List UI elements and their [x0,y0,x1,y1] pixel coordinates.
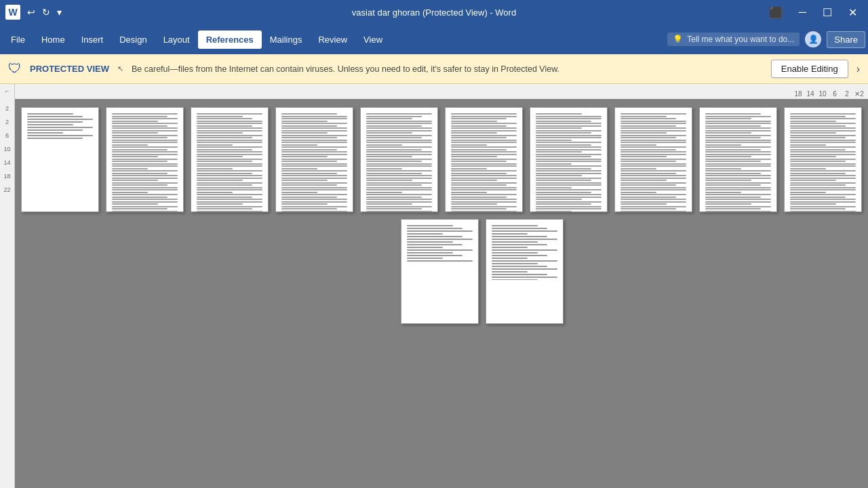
tab-references[interactable]: References [198,30,262,49]
share-button[interactable]: Share [827,31,865,48]
close-button[interactable]: ✕ [843,5,863,20]
lightbulb-icon: 💡 [673,35,683,44]
title-bar-left: W ↩ ↻ ▾ [5,5,64,20]
v-ruler-2a: 2 [5,102,9,115]
page-9[interactable] [699,107,777,212]
enable-editing-button[interactable]: Enable Editing [771,60,848,78]
horizontal-ruler: 18 14 10 6 2 ✕2 [15,84,868,99]
chevron-right-icon[interactable]: › [856,63,860,75]
ruler-numbers: 18 14 10 6 2 ✕2 [792,90,865,98]
window-title: vasiat dar ghoran (Protected View) - Wor… [352,7,516,18]
ruler-num-10: 10 [816,90,829,98]
v-ruler-14: 14 [3,156,10,169]
ribbon: File Home Insert Design Layout Reference… [0,24,868,54]
undo-button[interactable]: ↩ [24,5,38,19]
search-box[interactable]: 💡 Tell me what you want to do... [667,33,800,46]
quick-access-toolbar: ↩ ↻ ▾ [24,5,64,19]
ribbon-display-button[interactable]: ⬛ [764,5,788,20]
protected-view-message: Be careful—files from the Internet can c… [132,64,763,74]
ruler-row: ⌐ 18 14 10 6 2 ✕2 [0,84,868,99]
page-6[interactable] [445,107,523,212]
ruler-corner: ⌐ [0,84,15,99]
restore-button[interactable]: ☐ [817,5,837,20]
tab-review[interactable]: Review [310,30,355,49]
word-icon: W [5,5,20,20]
minimize-button[interactable]: ─ [793,5,812,20]
ruler-num-2b: ✕2 [853,90,865,98]
page-3[interactable] [191,107,269,212]
page-10[interactable] [784,107,862,212]
tab-home[interactable]: Home [33,30,73,49]
v-ruler-6: 6 [5,129,9,142]
user-avatar[interactable]: 👤 [805,31,821,47]
protected-view-label: PROTECTED VIEW [30,64,109,74]
shield-icon: 🛡 [8,61,22,77]
page-5[interactable] [360,107,438,212]
redo-button[interactable]: ↻ [39,5,53,19]
tab-mailings[interactable]: Mailings [262,30,311,49]
title-bar: W ↩ ↻ ▾ vasiat dar ghoran (Protected Vie… [0,0,868,24]
page-11[interactable] [401,219,479,324]
window-controls: ⬛ ─ ☐ ✕ [764,5,863,20]
ruler-num-14: 14 [804,90,816,98]
tab-insert[interactable]: Insert [73,30,112,49]
v-ruler-18: 18 [3,169,10,183]
cursor-indicator: ↖ [117,64,123,73]
customize-qat-button[interactable]: ▾ [54,5,64,19]
v-ruler-22: 22 [3,183,10,197]
page-8[interactable] [614,107,692,212]
v-ruler-10: 10 [3,142,10,156]
vertical-ruler: 2 2 6 10 14 18 22 [0,99,15,488]
page-row-2 [401,219,564,324]
tab-layout[interactable]: Layout [155,30,198,49]
page-2[interactable] [106,107,184,212]
page-7[interactable] [530,107,608,212]
ruler-num-6: 6 [829,90,841,98]
search-placeholder: Tell me what you want to do... [687,35,794,44]
tab-design[interactable]: Design [111,30,155,49]
document-area: 2 2 6 10 14 18 22 [0,99,868,488]
page-12[interactable] [486,219,564,324]
page-4[interactable] [275,107,353,212]
ruler-num-18: 18 [792,90,804,98]
ribbon-right: 💡 Tell me what you want to do... 👤 Share [667,31,865,48]
page-row-1: ══ ════ [21,107,862,212]
v-ruler-2b: 2 [5,115,9,129]
tab-file[interactable]: File [3,30,33,49]
document-canvas: ══ ════ [15,99,868,488]
page-1[interactable]: ══ ════ [21,107,99,212]
tab-view[interactable]: View [355,30,391,49]
ruler-num-2a: 2 [841,90,853,98]
protected-view-bar: 🛡 PROTECTED VIEW ↖ Be careful—files from… [0,54,868,84]
